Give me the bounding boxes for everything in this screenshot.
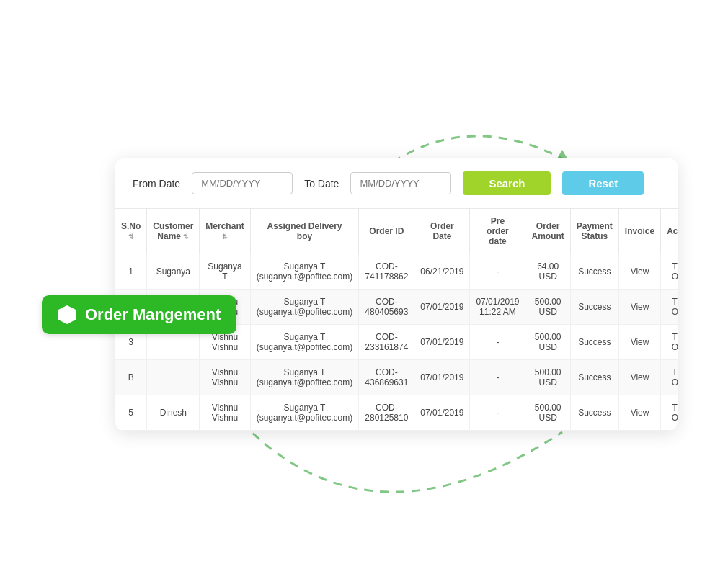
cell-invoice[interactable]: View	[618, 325, 660, 360]
cell-orderdate: 07/01/2019	[414, 395, 470, 431]
cell-preorder: 07/01/201911:22 AM	[470, 290, 525, 325]
track-order-button[interactable]: Track Order	[672, 297, 678, 317]
cell-sno: B	[115, 360, 147, 395]
cell-orderdate: 06/21/2019	[414, 254, 470, 290]
cell-actions[interactable]: Track Order	[661, 395, 678, 431]
search-bar: From Date To Date Search Reset	[115, 158, 678, 209]
cell-customer	[147, 360, 200, 395]
view-invoice-link[interactable]: View	[631, 302, 649, 312]
track-order-button[interactable]: Track Order	[672, 332, 678, 352]
cell-amount: 500.00 USD	[525, 325, 570, 360]
col-actions: Actions	[661, 209, 678, 254]
cell-amount: 500.00 USD	[525, 360, 570, 395]
col-invoice: Invoice	[618, 209, 660, 254]
to-date-label: To Date	[304, 178, 339, 189]
cell-preorder: -	[470, 395, 525, 431]
col-order-id: Order ID	[359, 209, 414, 254]
sort-icon: ⇅	[222, 233, 228, 241]
cell-customer: Dinesh	[147, 395, 200, 431]
view-invoice-link[interactable]: View	[631, 266, 649, 277]
sort-icon: ⇅	[183, 233, 189, 241]
order-management-badge: Order Mangement	[42, 295, 236, 334]
cell-orderid: COD-436869631	[359, 360, 414, 395]
cell-status: Success	[570, 325, 618, 360]
cell-orderdate: 07/01/2019	[414, 290, 470, 325]
table-row: 1SuganyaSuganya TSuganya T(suganya.t@pof…	[115, 254, 678, 290]
to-date-input[interactable]	[350, 172, 451, 194]
search-button[interactable]: Search	[463, 171, 551, 195]
view-invoice-link[interactable]: View	[631, 337, 649, 347]
track-order-button[interactable]: Track Order	[672, 261, 678, 282]
cell-invoice[interactable]: View	[618, 254, 660, 290]
cell-actions[interactable]: Track Order	[661, 360, 678, 395]
cell-merchant: Suganya T	[200, 254, 250, 290]
cell-status: Success	[570, 395, 618, 431]
col-order-amount: OrderAmount	[525, 209, 570, 254]
track-order-button[interactable]: Track Order	[672, 403, 678, 423]
cell-preorder: -	[470, 360, 525, 395]
cell-preorder: -	[470, 254, 525, 290]
from-date-input[interactable]	[192, 172, 293, 194]
cell-actions[interactable]: Track Order	[661, 290, 678, 325]
reset-button[interactable]: Reset	[562, 171, 644, 195]
view-invoice-link[interactable]: View	[631, 408, 649, 418]
cell-orderid: COD-480405693	[359, 290, 414, 325]
col-delivery-boy: Assigned Deliveryboy	[250, 209, 359, 254]
view-invoice-link[interactable]: View	[631, 372, 649, 382]
cell-orderdate: 07/01/2019	[414, 360, 470, 395]
cell-amount: 64.00 USD	[525, 254, 570, 290]
cell-invoice[interactable]: View	[618, 360, 660, 395]
cell-merchant: Vishnu Vishnu	[200, 360, 250, 395]
sort-icon: ⇅	[128, 233, 134, 241]
table-row: 5DineshVishnu VishnuSuganya T(suganya.t@…	[115, 395, 678, 431]
track-order-button[interactable]: Track Order	[672, 367, 678, 387]
page-wrapper: Order Mangement From Date To Date Search…	[0, 0, 728, 574]
cell-sno: 5	[115, 395, 147, 431]
cell-invoice[interactable]: View	[618, 290, 660, 325]
cell-actions[interactable]: Track Order	[661, 325, 678, 360]
col-payment-status: PaymentStatus	[570, 209, 618, 254]
cell-delivery: Suganya T(suganya.t@pofitec.com)	[250, 395, 359, 431]
cell-orderid: COD-233161874	[359, 325, 414, 360]
cell-amount: 500.00 USD	[525, 395, 570, 431]
cell-actions[interactable]: Track Order	[661, 254, 678, 290]
badge-label: Order Mangement	[85, 305, 221, 324]
col-merchant: Merchant ⇅	[200, 209, 250, 254]
cell-merchant: Vishnu Vishnu	[200, 395, 250, 431]
cell-customer: Suganya	[147, 254, 200, 290]
cell-status: Success	[570, 360, 618, 395]
cell-sno: 1	[115, 254, 147, 290]
table-header-row: S.No ⇅ CustomerName ⇅ Merchant ⇅ Assigne…	[115, 209, 678, 254]
cell-delivery: Suganya T(suganya.t@pofitec.com)	[250, 254, 359, 290]
col-order-date: OrderDate	[414, 209, 470, 254]
cell-status: Success	[570, 254, 618, 290]
cell-amount: 500.00 USD	[525, 290, 570, 325]
table-row: BVishnu VishnuSuganya T(suganya.t@pofite…	[115, 360, 678, 395]
cell-orderdate: 07/01/2019	[414, 325, 470, 360]
main-card: From Date To Date Search Reset S.No ⇅ Cu…	[115, 158, 678, 431]
col-pre-order-date: Preorderdate	[470, 209, 525, 254]
cell-delivery: Suganya T(suganya.t@pofitec.com)	[250, 290, 359, 325]
hexagon-icon	[58, 305, 76, 324]
cell-preorder: -	[470, 325, 525, 360]
col-sno: S.No ⇅	[115, 209, 147, 254]
cell-status: Success	[570, 290, 618, 325]
from-date-label: From Date	[133, 178, 180, 189]
cell-delivery: Suganya T(suganya.t@pofitec.com)	[250, 325, 359, 360]
cell-orderid: COD-741178862	[359, 254, 414, 290]
cell-delivery: Suganya T(suganya.t@pofitec.com)	[250, 360, 359, 395]
col-customer-name: CustomerName ⇅	[147, 209, 200, 254]
cell-invoice[interactable]: View	[618, 395, 660, 431]
cell-orderid: COD-280125810	[359, 395, 414, 431]
